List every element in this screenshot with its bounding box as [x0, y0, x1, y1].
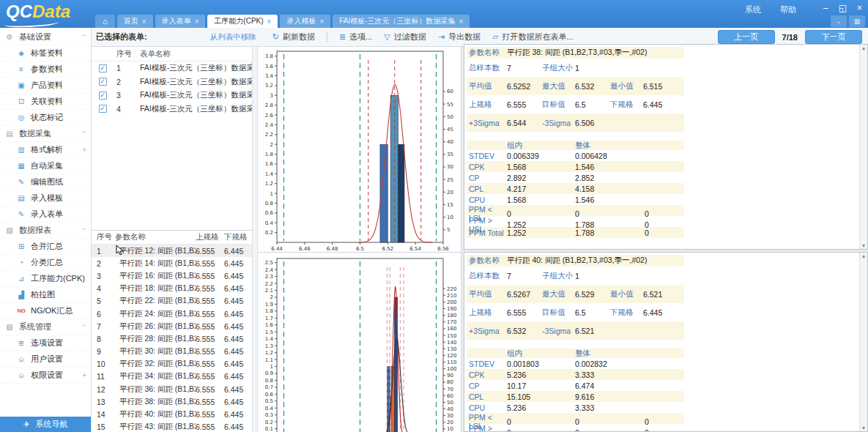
tab-首页[interactable]: 首页×	[117, 15, 153, 28]
scroll-down-icon[interactable]: ▼	[861, 243, 867, 248]
toolbar-button-选项...[interactable]: ≣选项...	[339, 31, 372, 42]
tab-close-icon[interactable]: ×	[267, 18, 272, 26]
tab-scroll-button[interactable]: ⌄	[831, 15, 847, 27]
checkbox-checked-icon[interactable]: ✓	[99, 64, 107, 72]
sidebar-item-工序能力(CPK)[interactable]: ⊿工序能力(CPK)	[0, 271, 91, 287]
chevron-up-icon[interactable]: ⌃	[81, 34, 86, 41]
stat-within-value: 0.006339	[507, 152, 575, 160]
stat-within-value: 10.17	[507, 381, 575, 390]
param-table-row[interactable]: 7平行距 26: 间距 (B1,B2,T3...6.5556.445	[92, 320, 252, 332]
toolbar-button-过滤数据[interactable]: ▽过滤数据	[384, 31, 426, 42]
param-table-row[interactable]: 9平行距 30: 间距 (B1,B2,T3...6.5556.445	[92, 346, 252, 358]
tab-close-icon[interactable]: ×	[459, 18, 464, 26]
window-close-button[interactable]: ×	[857, 3, 862, 13]
sidebar-item-用户设置[interactable]: ☺用户设置	[0, 351, 91, 368]
report-icon: ▨	[4, 226, 15, 234]
sidebar-item-编辑图纸[interactable]: ✎编辑图纸	[0, 174, 91, 190]
checkbox-checked-icon[interactable]: ✓	[99, 105, 107, 113]
plus-icon[interactable]: +	[82, 146, 86, 154]
tab-录入模板[interactable]: 录入模板×	[280, 15, 330, 28]
sidebar-item-合并汇总[interactable]: ⊞合并汇总	[0, 239, 91, 255]
sidebar-section-数据报表[interactable]: ▨数据报表⌃	[0, 223, 91, 239]
param-table-row[interactable]: 15平行距 43: 间距 (B1,B2,T3...6.5556.445	[92, 421, 252, 432]
tab-工序能力(CPK)[interactable]: 工序能力(CPK)×	[207, 15, 278, 28]
svg-text:6.56: 6.56	[437, 246, 449, 252]
sidebar-item-权限设置[interactable]: ☺权限设置+	[0, 368, 91, 384]
scroll-down-icon[interactable]: ▼	[861, 425, 867, 431]
forms-table-row[interactable]: ✓3FAI模板-三次元（三坐标）数据采集07051800	[92, 89, 252, 103]
toolbar-button-刷新数据[interactable]: ↻刷新数据	[272, 31, 315, 42]
sidebar-item-状态标记[interactable]: ◎状态标记	[0, 110, 91, 126]
sidebar-footer-nav[interactable]: ✈ 系统导航	[0, 417, 91, 432]
tab-close-icon[interactable]: ×	[319, 18, 324, 26]
box-icon: ▣	[16, 81, 26, 89]
param-table-row[interactable]: 2平行距 14: 间距 (B1,B2,T3...6.5556.445	[92, 257, 252, 269]
menu-help[interactable]: 帮助	[780, 4, 796, 15]
checkbox-checked-icon[interactable]: ✓	[99, 78, 107, 86]
scroll-up-icon[interactable]: ▲	[861, 45, 867, 51]
svg-text:0.2: 0.2	[265, 420, 273, 425]
charts-scrollbar[interactable]	[253, 47, 258, 432]
forms-table-row[interactable]: ✓4FAI模板-三次元（三坐标）数据采集07051705	[92, 103, 252, 116]
stat-overall-value: 0.006428	[575, 152, 645, 160]
toolbar-button-导出数据[interactable]: ⇥导出数据	[438, 31, 481, 42]
param-table-row[interactable]: 3平行距 16: 间距 (B1,B2,T3...6.5556.445	[92, 269, 252, 282]
tab-home[interactable]: ⌂	[95, 15, 115, 28]
forms-table-header: 序号表单名称	[92, 47, 252, 62]
sidebar-item-录入模板[interactable]: ▤录入模板	[0, 190, 91, 206]
sidebar-section-基础设置[interactable]: ⚙基础设置⌃	[0, 29, 91, 45]
forms-table-row[interactable]: ✓2FAI模板-三次元（三坐标）数据采集07061440	[92, 75, 252, 89]
permission-icon: ☺	[16, 371, 26, 379]
tab-list-button[interactable]: ▦	[849, 15, 865, 27]
param-table-row[interactable]: 1平行距 12: 间距 (B1,B2,T3...6.5556.445	[92, 245, 252, 257]
checkbox-checked-icon[interactable]: ✓	[99, 92, 107, 100]
sidebar-item-NG/OK汇总[interactable]: NGNG/OK汇总	[0, 303, 91, 319]
forms-table-row[interactable]: ✓1FAI模板-三次元（三坐标）数据采集07061500	[92, 62, 252, 75]
sidebar-section-数据采集[interactable]: ▤数据采集⌃	[0, 126, 91, 142]
chevron-up-icon[interactable]: ⌃	[81, 227, 86, 234]
chevron-up-icon[interactable]: ⌃	[81, 324, 86, 331]
sidebar-section-系统管理[interactable]: ▧系统管理⌃	[0, 319, 91, 335]
menu-system[interactable]: 系统	[745, 4, 761, 15]
svg-text:30: 30	[447, 164, 453, 170]
param-table-row[interactable]: 6平行距 24: 间距 (B1,B2,T3...6.5556.445	[92, 308, 252, 320]
param-table-row[interactable]: 8平行距 28: 间距 (B1,B2,T3...6.5556.445	[92, 332, 252, 345]
param-table-row[interactable]: 5平行距 22: 间距 (B1,B2,T3...6.5556.445	[92, 295, 252, 308]
plus-icon[interactable]: +	[82, 371, 86, 379]
sidebar-item-录入表单[interactable]: ✎录入表单	[0, 206, 91, 223]
sidebar-item-参数资料[interactable]: ≡参数资料	[0, 62, 91, 78]
param-table-row[interactable]: 14平行距 40: 间距 (B1,B2,T3...6.5556.445	[92, 408, 252, 420]
panel-scrollbar[interactable]: ▲▼	[859, 45, 867, 249]
tab-FAI模板-三次元（三坐标）数据采集[interactable]: FAI模板-三次元（三坐标）数据采集×	[333, 15, 470, 28]
window-restore-button[interactable]: ◱	[839, 3, 847, 13]
sidebar-item-自动采集[interactable]: ▦自动采集	[0, 158, 91, 174]
toolbar-button-打开数据所在表单...[interactable]: ▱打开数据所在表单...	[492, 31, 574, 42]
chevron-up-icon[interactable]: ⌃	[81, 130, 86, 138]
param-table-row[interactable]: 11平行距 34: 间距 (B1,B2,T3...6.5556.445	[92, 370, 252, 383]
svg-text:180: 180	[447, 313, 456, 319]
param-row-lsl: 6.445	[224, 322, 252, 331]
scroll-up-icon[interactable]: ▲	[861, 253, 867, 258]
prev-page-button[interactable]: 上一页	[718, 30, 775, 44]
sidebar-item-分类汇总[interactable]: ◔分类汇总	[0, 255, 91, 271]
param-table-row[interactable]: 13平行距 38: 间距 (B1,B2,T3...6.5556.445	[92, 395, 252, 408]
sidebar-item-关联资料[interactable]: ⊡关联资料	[0, 94, 91, 110]
param-table-row[interactable]: 10平行距 32: 间距 (B1,B2,T3...6.5556.445	[92, 358, 252, 370]
sidebar-item-产品资料[interactable]: ▣产品资料	[0, 78, 91, 94]
tab-close-icon[interactable]: ×	[195, 18, 199, 26]
next-page-button[interactable]: 下一页	[805, 30, 862, 44]
tab-录入表单[interactable]: 录入表单×	[155, 15, 206, 28]
param-table-row[interactable]: 4平行距 18: 间距 (B1,B2,T3...6.5556.445	[92, 283, 252, 295]
tab-close-icon[interactable]: ×	[142, 18, 146, 26]
sidebar-item-格式解析[interactable]: ▥格式解析+	[0, 142, 91, 158]
toolbar-button-label: 导出数据	[448, 31, 481, 42]
sidebar-item-选项设置[interactable]: ≣选项设置	[0, 335, 91, 351]
info-label: 最大值	[540, 289, 575, 299]
remove-from-list-link[interactable]: 从列表中移除	[210, 32, 256, 42]
panel-scrollbar[interactable]: ▲▼	[859, 253, 867, 431]
window-minimize-button[interactable]: –	[823, 3, 828, 13]
svg-text:0.4: 0.4	[265, 406, 274, 411]
sidebar-item-标签资料[interactable]: ◈标签资料	[0, 45, 91, 62]
sidebar-item-柏拉图[interactable]: ▟柏拉图	[0, 287, 91, 303]
param-table-row[interactable]: 12平行距 36: 间距 (B1,B2,T3...6.5556.445	[92, 383, 252, 395]
